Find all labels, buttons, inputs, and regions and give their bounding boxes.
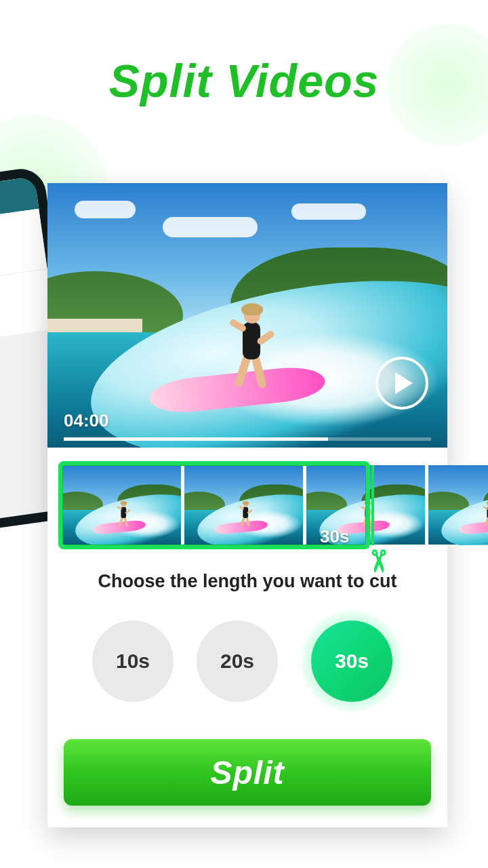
video-preview[interactable]: 04:00 [47,183,447,448]
length-option-20s[interactable]: 20s [197,620,278,702]
length-option-label: 30s [311,620,392,702]
app-card: 04:00 30s ✂ Choose the length you want t… [47,183,447,827]
play-button[interactable] [375,357,428,410]
video-progress-track[interactable] [64,437,431,441]
length-option-10s[interactable]: 10s [92,620,174,702]
scissors-icon: ✂ [361,549,396,574]
video-progress-fill [64,437,328,441]
play-icon [395,372,413,394]
length-options: 10s 20s 30s [47,610,447,712]
filmstrip-cut-line [371,465,374,545]
filmstrip-thumb [428,465,488,545]
length-option-30s[interactable]: 30s [301,610,403,712]
page-title: Split Videos [0,54,488,107]
filmstrip-selection-label: 30s [320,526,349,547]
filmstrip[interactable]: 30s ✂ [58,461,488,556]
split-button[interactable]: Split [64,739,431,806]
video-duration: 04:00 [64,410,109,431]
choose-length-prompt: Choose the length you want to cut [47,571,447,592]
